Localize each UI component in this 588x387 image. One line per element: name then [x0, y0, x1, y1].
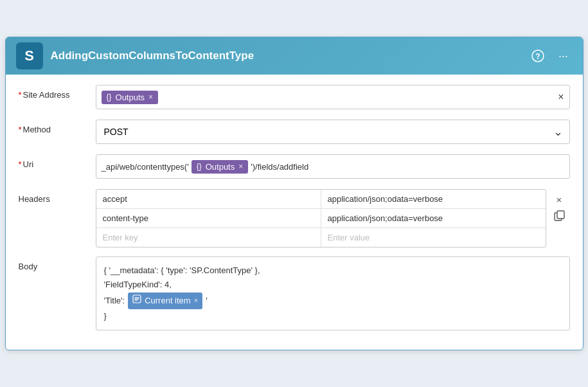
body-input[interactable]: { '__metadata': { 'type': 'SP.ContentTyp…	[96, 256, 570, 330]
current-item-token: Current item ×	[128, 292, 202, 309]
method-row: *Method POST ⌄	[19, 120, 570, 145]
site-address-input[interactable]: {} Outputs × ×	[96, 85, 570, 109]
body-line3-prefix: 'Title':	[104, 294, 125, 308]
required-star: *	[19, 159, 22, 169]
header-key-2[interactable]: content-type	[96, 209, 321, 228]
copy-header-btn[interactable]	[553, 209, 566, 222]
headers-field: accept application/json;odata=verbose co…	[96, 189, 570, 248]
uri-input[interactable]: _api/web/contenttypes(' {} Outputs × ')/…	[96, 154, 570, 179]
more-options-button[interactable]: ···	[555, 47, 573, 65]
token-remove-btn[interactable]: ×	[148, 93, 153, 102]
form-body: *Site Address {} Outputs × × *Method	[6, 75, 583, 349]
body-line2: 'FieldTypeKind': 4,	[104, 278, 562, 292]
method-value: POST	[104, 127, 129, 137]
outputs-token-uri: {} Outputs ×	[192, 160, 249, 174]
headers-table: accept application/json;odata=verbose co…	[96, 189, 546, 248]
outputs-token-site: {} Outputs ×	[102, 91, 159, 104]
method-label: *Method	[19, 120, 96, 134]
svg-rect-3	[557, 211, 564, 219]
token-label: Outputs	[206, 162, 235, 172]
header-key-placeholder[interactable]: Enter key	[96, 228, 321, 247]
uri-prefix: _api/web/contenttypes('	[102, 162, 189, 172]
body-line1: { '__metadata': { 'type': 'SP.ContentTyp…	[104, 264, 562, 278]
app-logo: S	[16, 42, 43, 69]
delete-header-btn[interactable]: ×	[555, 193, 564, 206]
required-star: *	[19, 125, 22, 134]
token-label: Outputs	[116, 93, 145, 102]
token-icon: {}	[107, 93, 112, 102]
uri-row: *Uri _api/web/contenttypes(' {} Outputs …	[19, 154, 570, 180]
body-line3: 'Title': Current item	[104, 292, 562, 309]
main-card: S AddingCustomColumnsToContentType ? ···…	[5, 37, 584, 350]
table-row: accept application/json;odata=verbose	[96, 190, 546, 209]
header-actions: ? ···	[529, 47, 573, 65]
required-star: *	[19, 90, 22, 100]
headers-label: Headers	[19, 189, 96, 204]
site-address-field: {} Outputs × ×	[96, 85, 570, 109]
body-field-container: { '__metadata': { 'type': 'SP.ContentTyp…	[96, 256, 570, 330]
header: S AddingCustomColumnsToContentType ? ···	[6, 37, 583, 75]
header-value-1[interactable]: application/json;odata=verbose	[321, 190, 546, 208]
headers-row: Headers accept application/json;odata=ve…	[19, 189, 570, 248]
svg-text:?: ?	[535, 52, 540, 61]
site-address-label: *Site Address	[19, 85, 96, 100]
header-value-placeholder[interactable]: Enter value	[321, 228, 546, 247]
method-dropdown[interactable]: POST ⌄	[96, 120, 570, 144]
headers-wrapper: accept application/json;odata=verbose co…	[96, 189, 570, 248]
method-field: POST ⌄	[96, 120, 570, 144]
body-row: Body { '__metadata': { 'type': 'SP.Conte…	[19, 256, 570, 330]
headers-table-container: accept application/json;odata=verbose co…	[96, 189, 546, 248]
token-remove-btn[interactable]: ×	[194, 294, 198, 307]
uri-label: *Uri	[19, 154, 96, 169]
site-address-row: *Site Address {} Outputs × ×	[19, 85, 570, 111]
clear-site-address-btn[interactable]: ×	[558, 91, 564, 103]
body-line3-suffix: '	[206, 294, 207, 308]
header-value-2[interactable]: application/json;odata=verbose	[321, 209, 546, 228]
header-key-1[interactable]: accept	[96, 190, 321, 208]
body-label: Body	[19, 256, 96, 271]
token-remove-btn[interactable]: ×	[238, 162, 243, 171]
token-icon: {}	[197, 162, 202, 171]
token-icon	[132, 294, 141, 308]
table-row-placeholder: Enter key Enter value	[96, 228, 546, 247]
table-row: content-type application/json;odata=verb…	[96, 209, 546, 228]
headers-actions: ×	[549, 189, 570, 222]
current-item-label: Current item	[145, 294, 191, 308]
help-button[interactable]: ?	[529, 47, 547, 65]
body-line4: }	[104, 309, 562, 323]
page-title: AddingCustomColumnsToContentType	[51, 50, 521, 62]
uri-field: _api/web/contenttypes(' {} Outputs × ')/…	[96, 154, 570, 179]
chevron-down-icon: ⌄	[553, 125, 563, 139]
uri-suffix: ')/fields/addfield	[251, 162, 308, 172]
